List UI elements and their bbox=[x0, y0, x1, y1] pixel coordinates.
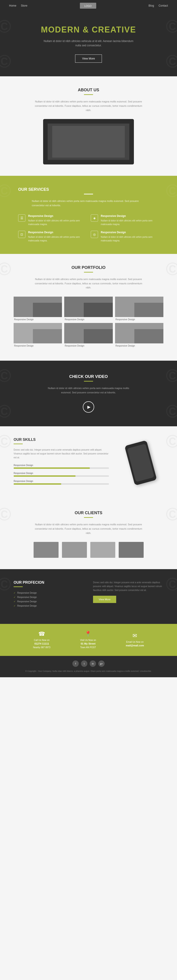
profecion-underline bbox=[14, 586, 23, 587]
watermark-4: © bbox=[166, 51, 177, 72]
service-icon-1: ◈ bbox=[91, 215, 98, 222]
services-text: Nullam id dolor id nibh ultricies vehim … bbox=[32, 199, 145, 207]
skill-bar-1: Responsive Design bbox=[14, 472, 109, 477]
hero-title: MODERN & CREATIVE bbox=[9, 25, 168, 35]
video-wm2: © bbox=[166, 365, 177, 386]
profecion-item-0: Responsive Design bbox=[14, 591, 84, 595]
portfolio-img-0 bbox=[14, 297, 62, 317]
nav-right-links: Blog Contact bbox=[149, 4, 168, 7]
portfolio-grid-row2: Responsive Design Responsive Design Resp… bbox=[14, 323, 163, 347]
portfolio-item-3[interactable]: Responsive Design bbox=[14, 323, 62, 347]
portfolio-img-2 bbox=[115, 297, 163, 317]
portfolio-item-4[interactable]: Responsive Design bbox=[64, 323, 112, 347]
clients-underline bbox=[84, 517, 93, 518]
nav-blog[interactable]: Blog bbox=[149, 4, 154, 7]
phone-screen bbox=[127, 444, 154, 482]
portfolio-label-2: Responsive Design bbox=[115, 318, 163, 321]
skill-label-0: Responsive Design bbox=[14, 464, 109, 466]
service-icon-3: ◎ bbox=[91, 231, 98, 238]
skill-label-1: Responsive Design bbox=[14, 472, 109, 474]
skills-right-panel bbox=[118, 438, 163, 488]
client-logo-3 bbox=[119, 542, 144, 558]
navbar: Home Store LOGO Blog Contact bbox=[0, 0, 177, 11]
nav-contact[interactable]: Contact bbox=[159, 4, 168, 7]
client-logo-1 bbox=[62, 542, 87, 558]
skills-wm1: © bbox=[0, 431, 11, 452]
skill-fill-2 bbox=[14, 483, 61, 485]
portfolio-label-0: Responsive Design bbox=[14, 318, 62, 321]
service-icon-2: ⊡ bbox=[18, 231, 25, 238]
social-facebook-icon[interactable]: f bbox=[73, 660, 79, 667]
footer-copyright: © Copyright - Your Company. Nulla vitae … bbox=[9, 670, 168, 673]
service-text-1: Nullam id dolor id nibh ultricies elit v… bbox=[101, 219, 159, 226]
clients-title: OUR CLIENTS bbox=[18, 511, 159, 515]
portfolio-label-5: Responsive Design bbox=[115, 345, 163, 347]
portfolio-text: Nullam id dolor id nibh ultricies vehim … bbox=[34, 277, 143, 290]
video-title: CHECK OUR VIDEO bbox=[18, 374, 159, 379]
portfolio-img-4 bbox=[64, 323, 112, 344]
clients-logos bbox=[18, 542, 159, 558]
portfolio-wm1: © bbox=[0, 258, 11, 279]
clients-text: Nullam id dolor id nibh ultricies vehim … bbox=[34, 522, 143, 535]
services-wm2: © bbox=[166, 180, 177, 201]
skill-label-2: Responsive Design bbox=[14, 480, 109, 482]
video-play-button[interactable] bbox=[83, 401, 94, 413]
hero-cta-button[interactable]: View More bbox=[75, 54, 102, 63]
video-text: Nullam id dolor id nibh ultricies vehim … bbox=[43, 386, 134, 395]
clients-wm1: © bbox=[0, 504, 11, 525]
service-item-1: ◈ Responsive Design Nullam id dolor id n… bbox=[91, 215, 159, 226]
contact-address: 📍 Visit Us Now on01 My StreetTown AN POS… bbox=[80, 631, 96, 649]
portfolio-title: OUR PORTFOLIO bbox=[14, 265, 163, 270]
nav-store[interactable]: Store bbox=[21, 4, 27, 7]
profecion-right-panel: Donec sed odio dui. Integer posuere erat… bbox=[93, 581, 163, 612]
portfolio-label-1: Responsive Design bbox=[64, 318, 112, 321]
video-wm4: © bbox=[166, 401, 177, 422]
skills-section: © © OUR SKILLS Donec sed odio dui. Integ… bbox=[0, 426, 177, 499]
clients-wm2: © bbox=[166, 504, 177, 525]
nav-logo: LOGO bbox=[80, 3, 96, 9]
service-item-2: ⊡ Responsive Design Nullam id dolor id n… bbox=[18, 231, 86, 243]
watermark-3: © bbox=[0, 51, 11, 72]
skill-track-0 bbox=[14, 468, 109, 469]
video-wm3: © bbox=[0, 401, 11, 422]
profecion-cta-button[interactable]: View More bbox=[93, 596, 116, 603]
portfolio-section: © © OUR PORTFOLIO Nullam id dolor id nib… bbox=[0, 254, 177, 361]
portfolio-item-5[interactable]: Responsive Design bbox=[115, 323, 163, 347]
profecion-item-2: Responsive Design bbox=[14, 599, 84, 604]
skill-track-2 bbox=[14, 483, 109, 485]
skill-bar-2: Responsive Design bbox=[14, 480, 109, 485]
nav-home[interactable]: Home bbox=[9, 4, 16, 7]
skill-fill-0 bbox=[14, 468, 90, 469]
about-text: Nullam id dolor id nibh ultricies vehim … bbox=[34, 99, 143, 112]
contact-strip: ☎ Call Us Now on01274 11111Nearby 987 89… bbox=[0, 624, 177, 656]
footer: f t in g+ © Copyright - Your Company. Nu… bbox=[0, 656, 177, 677]
portfolio-item-1[interactable]: Responsive Design bbox=[64, 297, 112, 321]
portfolio-item-2[interactable]: Responsive Design bbox=[115, 297, 163, 321]
service-text-0: Nullam id dolor id nibh ultricies elit v… bbox=[28, 219, 86, 226]
contact-email: ✉ Email Us Now onmail@mail.com bbox=[126, 633, 144, 648]
nav-left-links: Home Store bbox=[9, 4, 27, 7]
profecion-wm2: © bbox=[166, 574, 177, 595]
services-wm1: © bbox=[0, 180, 11, 201]
service-text-3: Nullam id dolor id nibh ultricies elit v… bbox=[101, 235, 159, 243]
service-title-1: Responsive Design bbox=[101, 215, 159, 218]
social-googleplus-icon[interactable]: g+ bbox=[98, 660, 104, 667]
profecion-wm1: © bbox=[0, 574, 11, 595]
contact-phone: ☎ Call Us Now on01274 11111Nearby 987 89… bbox=[33, 631, 51, 649]
social-linkedin-icon[interactable]: in bbox=[90, 660, 96, 667]
profecion-section: © © OUR PROFECION Responsive Design Resp… bbox=[0, 569, 177, 624]
portfolio-label-3: Responsive Design bbox=[14, 345, 62, 347]
social-twitter-icon[interactable]: t bbox=[81, 660, 87, 667]
services-underline bbox=[84, 194, 93, 194]
client-logo-0 bbox=[33, 542, 58, 558]
profecion-left-panel: OUR PROFECION Responsive Design Responsi… bbox=[14, 581, 84, 612]
client-logo-2 bbox=[90, 542, 115, 558]
video-wm1: © bbox=[0, 365, 11, 386]
skills-underline bbox=[14, 444, 23, 444]
about-underline bbox=[84, 94, 93, 95]
services-section: © © OUR SERVICES Nullam id dolor id nibh… bbox=[0, 176, 177, 254]
services-title: OUR SERVICES bbox=[18, 187, 159, 192]
portfolio-label-4: Responsive Design bbox=[64, 345, 112, 347]
service-title-2: Responsive Design bbox=[28, 231, 86, 234]
portfolio-item-0[interactable]: Responsive Design bbox=[14, 297, 62, 321]
